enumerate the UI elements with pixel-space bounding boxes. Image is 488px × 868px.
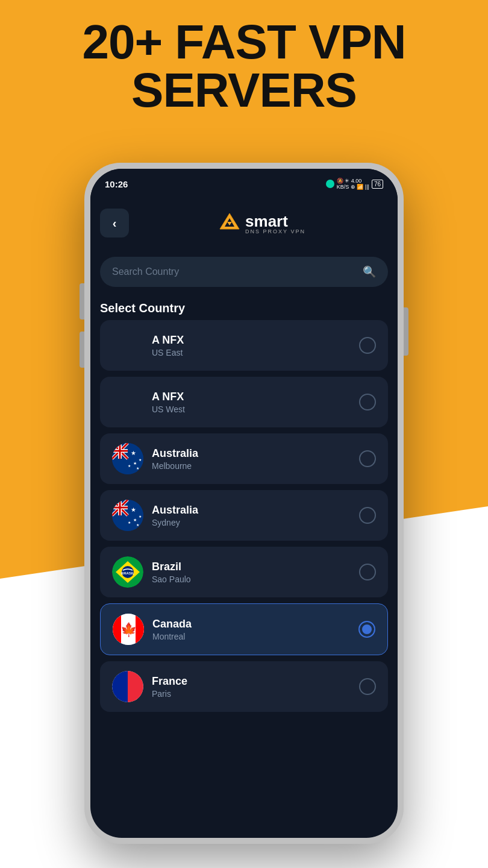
server-info-au-melbourne: Australia Melbourne (152, 447, 351, 471)
server-item-anfx-west[interactable]: A NFX US West (100, 377, 388, 427)
server-info-br: Brazil Sao Paulo (152, 561, 351, 584)
search-container: Search Country 🔍 (90, 247, 398, 292)
server-info-fr: France Paris (152, 675, 351, 699)
server-sub-au-sydney: Sydney (152, 518, 351, 527)
flag-fr (112, 671, 143, 702)
svg-text:★: ★ (128, 521, 131, 524)
section-title-wrap: Select Country (90, 292, 398, 320)
search-placeholder: Search Country (112, 266, 357, 277)
volume-up-button (80, 283, 84, 319)
logo-subtitle: DNS PROXY VPN (245, 228, 305, 234)
promo-header: 20+ FAST VPN SERVERS (0, 18, 488, 115)
logo-icon (219, 212, 240, 234)
server-info-au-sydney: Australia Sydney (152, 504, 351, 527)
server-item-fr-paris[interactable]: France Paris (100, 661, 388, 712)
back-button[interactable]: ‹ (100, 209, 129, 237)
server-name-au-sydney: Australia (152, 504, 351, 517)
volume-down-button (80, 332, 84, 368)
server-item-anfx-east[interactable]: A NFX US East (100, 320, 388, 371)
svg-text:BRASIL: BRASIL (121, 571, 135, 575)
server-info-ca: Canada Montreal (152, 618, 350, 641)
svg-rect-27 (119, 500, 121, 515)
notification-dot (326, 180, 334, 188)
no-flag-anfx-west (112, 386, 143, 418)
server-item-au-sydney[interactable]: ★ ★ ★ ★ ★ Australia Sydney (100, 490, 388, 541)
server-item-ca-montreal[interactable]: 🍁 Canada Montreal (100, 603, 388, 655)
signal-text: 🔕 ✳ 4.00KB/S ⊕ 📶 ||| (337, 178, 369, 190)
power-button (404, 307, 408, 356)
section-title: Select Country (100, 301, 185, 315)
server-sub-ca: Montreal (152, 632, 350, 641)
flag-br: BRASIL (112, 556, 143, 588)
server-info-anfx-west: A NFX US West (152, 391, 351, 414)
promo-title-line1: 20+ FAST VPN (0, 18, 488, 66)
svg-text:★: ★ (133, 518, 137, 522)
flag-ca: 🍁 (113, 614, 144, 645)
server-name-br: Brazil (152, 561, 351, 573)
svg-rect-39 (136, 614, 144, 645)
search-bar[interactable]: Search Country 🔍 (100, 257, 388, 287)
svg-text:★: ★ (136, 467, 139, 470)
server-name-fr: France (152, 675, 351, 688)
server-item-au-melbourne[interactable]: ★ ★ ★ ★ ★ Australia Melbourne (100, 433, 388, 484)
svg-text:★: ★ (131, 450, 136, 456)
logo-text-group: smart DNS PROXY VPN (245, 212, 305, 234)
server-item-br-saopaulo[interactable]: BRASIL Brazil Sao Paulo (100, 547, 388, 597)
server-sub-br: Sao Paulo (152, 574, 351, 584)
svg-rect-12 (119, 443, 121, 459)
server-name-anfx-west: A NFX (152, 391, 351, 403)
phone-frame: 10:26 🔕 ✳ 4.00KB/S ⊕ 📶 ||| 76 ‹ (84, 163, 404, 844)
server-name-au-melbourne: Australia (152, 447, 351, 460)
phone-screen: 10:26 🔕 ✳ 4.00KB/S ⊕ 📶 ||| 76 ‹ (90, 169, 398, 838)
status-bar: 10:26 🔕 ✳ 4.00KB/S ⊕ 📶 ||| 76 (90, 169, 398, 199)
radio-btn-anfx-west[interactable] (359, 394, 376, 410)
radio-btn-br[interactable] (359, 564, 376, 580)
app-header: ‹ smart DNS PROXY VPN (90, 199, 398, 247)
radio-btn-fr[interactable] (359, 678, 376, 695)
svg-text:★: ★ (139, 458, 142, 462)
server-info-anfx-east: A NFX US East (152, 334, 351, 357)
no-flag-anfx-east (112, 330, 143, 361)
flag-au-sydney: ★ ★ ★ ★ ★ (112, 500, 143, 531)
back-icon: ‹ (113, 216, 117, 230)
radio-btn-ca[interactable] (358, 621, 375, 638)
svg-text:★: ★ (128, 464, 131, 468)
svg-text:★: ★ (131, 506, 136, 513)
server-list: A NFX US East A NFX US West (90, 320, 398, 712)
svg-text:★: ★ (136, 523, 139, 527)
logo-area: smart DNS PROXY VPN (136, 212, 388, 234)
radio-btn-anfx-east[interactable] (359, 337, 376, 354)
server-sub-au-melbourne: Melbourne (152, 461, 351, 471)
radio-btn-au-sydney[interactable] (359, 507, 376, 524)
flag-au-melbourne: ★ ★ ★ ★ ★ (112, 443, 143, 474)
battery-icon: 76 (372, 180, 383, 189)
svg-text:★: ★ (139, 515, 142, 518)
search-icon: 🔍 (363, 265, 376, 278)
server-sub-anfx-east: US East (152, 348, 351, 357)
promo-title-line2: SERVERS (0, 66, 488, 115)
server-name-anfx-east: A NFX (152, 334, 351, 347)
svg-text:🍁: 🍁 (120, 621, 137, 638)
svg-text:★: ★ (133, 461, 137, 465)
server-sub-fr: Paris (152, 689, 351, 699)
phone-outer: 10:26 🔕 ✳ 4.00KB/S ⊕ 📶 ||| 76 ‹ (84, 163, 404, 844)
status-icons: 🔕 ✳ 4.00KB/S ⊕ 📶 ||| 76 (326, 178, 383, 190)
radio-btn-au-melbourne[interactable] (359, 450, 376, 467)
server-sub-anfx-west: US West (152, 404, 351, 414)
server-name-ca: Canada (152, 618, 350, 631)
status-time: 10:26 (105, 179, 128, 189)
